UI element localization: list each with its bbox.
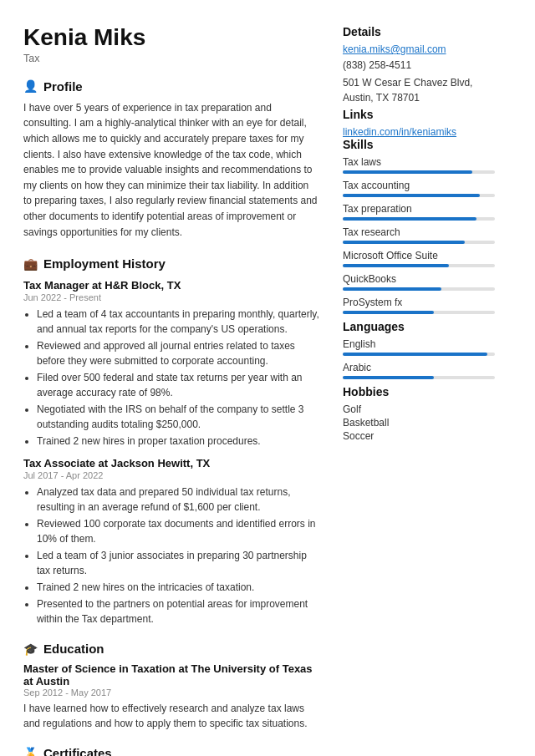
skill-label: Tax accounting (343, 180, 495, 191)
skill-bar-fill (343, 241, 465, 244)
edu-text: I have learned how to effectively resear… (23, 701, 319, 731)
skills-section: Skills Tax laws Tax accounting Tax prepa… (343, 138, 495, 314)
details-section: Details kenia.miks@gmail.com (838) 258-4… (343, 25, 495, 105)
lang-bar-fill (343, 376, 434, 379)
skill-label: Tax research (343, 226, 495, 238)
hobby-item: Golf (343, 403, 495, 415)
job-1: Tax Manager at H&R Block, TX Jun 2022 - … (23, 279, 319, 449)
subtitle: Tax (23, 53, 319, 64)
skill-bar-bg (343, 311, 495, 314)
skill-row: Tax research (343, 226, 495, 244)
skill-bar-fill (343, 311, 434, 314)
skill-row: Tax laws (343, 156, 495, 174)
employment-section-title: Employment History (43, 256, 166, 271)
list-item: Analyzed tax data and prepared 50 indivi… (37, 485, 319, 515)
job-1-title: Tax Manager at H&R Block, TX (23, 279, 319, 292)
list-item: Presented to the partners on potential a… (37, 596, 319, 627)
list-item: Negotiated with the IRS on behalf of the… (37, 402, 319, 432)
skill-label: Tax laws (343, 156, 495, 168)
profile-icon: 👤 (23, 79, 38, 93)
details-section-title: Details (343, 25, 495, 38)
email-link[interactable]: kenia.miks@gmail.com (343, 43, 495, 55)
name: Kenia Miks (23, 25, 319, 51)
languages-section: Languages English Arabic (343, 320, 495, 379)
profile-text: I have over 5 years of experience in tax… (23, 100, 319, 240)
lang-bar-fill (343, 353, 487, 356)
edu-title: Master of Science in Taxation at The Uni… (23, 662, 319, 688)
education-section-title: Education (43, 642, 104, 656)
skill-row: Microsoft Office Suite (343, 250, 495, 267)
education-icon: 🎓 (23, 642, 38, 656)
edu-entry-1: Master of Science in Taxation at The Uni… (23, 662, 319, 731)
skill-label: Tax preparation (343, 203, 495, 215)
skill-bar-bg (343, 194, 495, 197)
skill-bar-fill (343, 194, 480, 197)
skill-bar-bg (343, 264, 495, 267)
skill-bar-fill (343, 217, 476, 221)
certificates-section-title: Certificates (43, 746, 112, 756)
language-row: Arabic (343, 362, 495, 379)
address-text: 501 W Cesar E Chavez Blvd, Austin, TX 78… (343, 75, 495, 105)
list-item: Filed over 500 federal and state tax ret… (37, 370, 319, 400)
lang-bar-bg (343, 353, 495, 356)
job-1-date: Jun 2022 - Present (23, 292, 319, 302)
edu-date: Sep 2012 - May 2017 (23, 688, 319, 698)
skill-bar-bg (343, 217, 495, 221)
lang-label: English (343, 338, 495, 350)
links-section: Links linkedin.com/in/keniamiks (343, 108, 495, 138)
hobby-item: Soccer (343, 430, 495, 442)
phone-text: (838) 258-4511 (343, 58, 495, 73)
skill-row: QuickBooks (343, 273, 495, 291)
list-item: Reviewed 100 corporate tax documents and… (37, 516, 319, 546)
skill-label: Microsoft Office Suite (343, 250, 495, 261)
lang-label: Arabic (343, 362, 495, 373)
list-item: Led a team of 4 tax accountants in prepa… (37, 307, 319, 337)
skill-row: ProSystem fx (343, 297, 495, 314)
skill-row: Tax preparation (343, 203, 495, 221)
list-item: Trained 2 new hires in proper taxation p… (37, 434, 319, 449)
languages-section-title: Languages (343, 320, 495, 333)
links-section-title: Links (343, 108, 495, 121)
hobbies-section: Hobbies Golf Basketball Soccer (343, 385, 495, 442)
skill-bar-bg (343, 170, 495, 174)
skill-row: Tax accounting (343, 180, 495, 197)
skills-section-title: Skills (343, 138, 495, 151)
skill-label: ProSystem fx (343, 297, 495, 308)
hobby-item: Basketball (343, 417, 495, 429)
job-2: Tax Associate at Jackson Hewitt, TX Jul … (23, 457, 319, 627)
skill-bar-fill (343, 170, 472, 174)
language-row: English (343, 338, 495, 356)
employment-icon: 💼 (23, 257, 38, 271)
skill-label: QuickBooks (343, 273, 495, 285)
list-item: Trained 2 new hires on the intricacies o… (37, 580, 319, 595)
list-item: Led a team of 3 junior associates in pre… (37, 548, 319, 578)
lang-bar-bg (343, 376, 495, 379)
profile-section-title: Profile (43, 79, 83, 94)
skill-bar-bg (343, 241, 495, 244)
job-2-date: Jul 2017 - Apr 2022 (23, 470, 319, 480)
job-2-title: Tax Associate at Jackson Hewitt, TX (23, 457, 319, 469)
skill-bar-bg (343, 287, 495, 291)
certificates-icon: 🏅 (23, 747, 38, 756)
skill-bar-fill (343, 287, 441, 291)
hobbies-section-title: Hobbies (343, 385, 495, 398)
linkedin-link[interactable]: linkedin.com/in/keniamiks (343, 126, 495, 138)
job-1-bullets: Led a team of 4 tax accountants in prepa… (23, 307, 319, 449)
list-item: Reviewed and approved all journal entrie… (37, 338, 319, 368)
skill-bar-fill (343, 264, 449, 267)
job-2-bullets: Analyzed tax data and prepared 50 indivi… (23, 485, 319, 627)
